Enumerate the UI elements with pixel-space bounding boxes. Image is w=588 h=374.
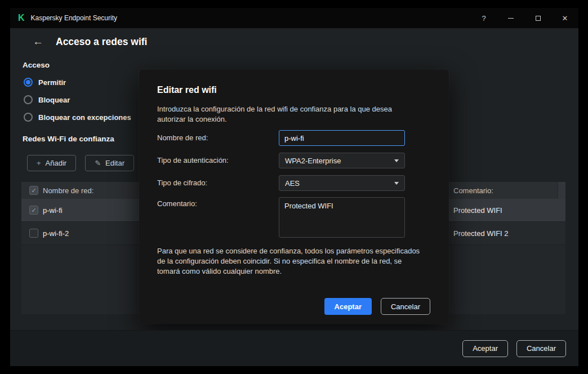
radio-option-bloquear[interactable]: Bloquear xyxy=(24,95,70,105)
select-all-checkbox[interactable]: ✓ xyxy=(29,186,38,195)
main-content: ← Acceso a redes wifi Acceso Permitir Bl… xyxy=(10,28,578,330)
radio-unselected-icon xyxy=(24,113,33,122)
maximize-button[interactable] xyxy=(524,8,551,28)
help-button[interactable]: ? xyxy=(470,8,497,28)
network-comment-cell: Protected WIFI xyxy=(453,206,502,215)
scrollbar-corner xyxy=(558,182,565,199)
cipher-type-value: AES xyxy=(285,179,300,188)
titlebar-controls: ? ✕ xyxy=(470,8,578,28)
row-checkbox[interactable] xyxy=(29,229,38,238)
back-button[interactable]: ← xyxy=(33,35,43,48)
page-title: Acceso a redes wifi xyxy=(56,36,147,48)
plus-icon: + xyxy=(37,159,41,167)
check-icon: ✓ xyxy=(31,188,36,194)
edit-wifi-dialog: Editar red wifi Introduzca la configurac… xyxy=(139,69,449,324)
radio-option-bloquear-excepciones[interactable]: Bloquear con excepciones xyxy=(24,112,131,122)
name-column-header: Nombre de red: xyxy=(43,186,93,195)
radio-label: Bloquear con excepciones xyxy=(38,113,131,122)
radio-label: Bloquear xyxy=(38,96,70,104)
help-icon: ? xyxy=(482,14,485,23)
chevron-down-icon xyxy=(394,182,399,185)
app-title: Kaspersky Endpoint Security xyxy=(31,14,117,22)
chevron-down-icon xyxy=(394,159,399,162)
cipher-type-select[interactable]: AES xyxy=(279,175,405,191)
close-icon: ✕ xyxy=(562,14,568,23)
dialog-description: Introduzca la configuración de la red wi… xyxy=(157,104,420,124)
network-name-cell: p-wi-fi-2 xyxy=(43,229,69,238)
comment-label: Comentario: xyxy=(157,199,197,208)
auth-type-select[interactable]: WPA2-Enterprise xyxy=(279,153,405,168)
cancel-button[interactable]: Cancelar xyxy=(516,340,566,357)
dialog-cancel-button[interactable]: Cancelar xyxy=(381,298,430,315)
close-button[interactable]: ✕ xyxy=(551,8,578,28)
dialog-note: Para que una red se considere de confian… xyxy=(157,246,422,277)
radio-option-permitir[interactable]: Permitir xyxy=(24,77,66,87)
kaspersky-logo-icon: K xyxy=(18,13,25,23)
page-header: ← Acceso a redes wifi xyxy=(33,34,147,50)
network-name-cell: p-wi-fi xyxy=(43,206,63,215)
table-toolbar: + Añadir ✎ Editar xyxy=(27,155,134,171)
check-icon: ✓ xyxy=(31,207,36,213)
add-button[interactable]: + Añadir xyxy=(27,155,76,171)
auth-type-label: Tipo de autenticación: xyxy=(157,156,229,164)
dialog-accept-button[interactable]: Aceptar xyxy=(324,298,372,315)
window-body: ← Acceso a redes wifi Acceso Permitir Bl… xyxy=(10,28,578,366)
trusted-section-title: Redes Wi-Fi de confianza xyxy=(23,135,114,143)
comment-textarea[interactable]: Protected WIFI xyxy=(279,197,405,238)
window-footer: Aceptar Cancelar xyxy=(10,330,578,366)
edit-button-label: Editar xyxy=(105,159,124,167)
pencil-icon: ✎ xyxy=(95,159,101,167)
minimize-icon xyxy=(508,18,514,19)
radio-selected-icon xyxy=(24,78,33,87)
network-comment-cell: Protected WIFI 2 xyxy=(453,229,509,238)
edit-button[interactable]: ✎ Editar xyxy=(85,155,134,171)
titlebar: K Kaspersky Endpoint Security ? ✕ xyxy=(10,8,578,28)
dialog-actions: Aceptar Cancelar xyxy=(324,298,430,315)
maximize-icon xyxy=(536,16,541,21)
add-button-label: Añadir xyxy=(46,159,67,167)
network-name-input[interactable] xyxy=(279,130,405,146)
app-window: K Kaspersky Endpoint Security ? ✕ ← Acce… xyxy=(10,8,578,366)
network-name-label: Nombre de red: xyxy=(157,133,208,142)
access-section-title: Acceso xyxy=(23,61,50,69)
dialog-title: Editar red wifi xyxy=(157,85,217,95)
radio-unselected-icon xyxy=(24,95,33,104)
cipher-type-label: Tipo de cifrado: xyxy=(157,179,207,187)
radio-label: Permitir xyxy=(38,78,66,87)
accept-button[interactable]: Aceptar xyxy=(462,340,508,357)
minimize-button[interactable] xyxy=(497,8,524,28)
comment-column-header: Comentario: xyxy=(453,186,493,195)
auth-type-value: WPA2-Enterprise xyxy=(285,157,341,165)
row-checkbox[interactable]: ✓ xyxy=(29,206,38,215)
